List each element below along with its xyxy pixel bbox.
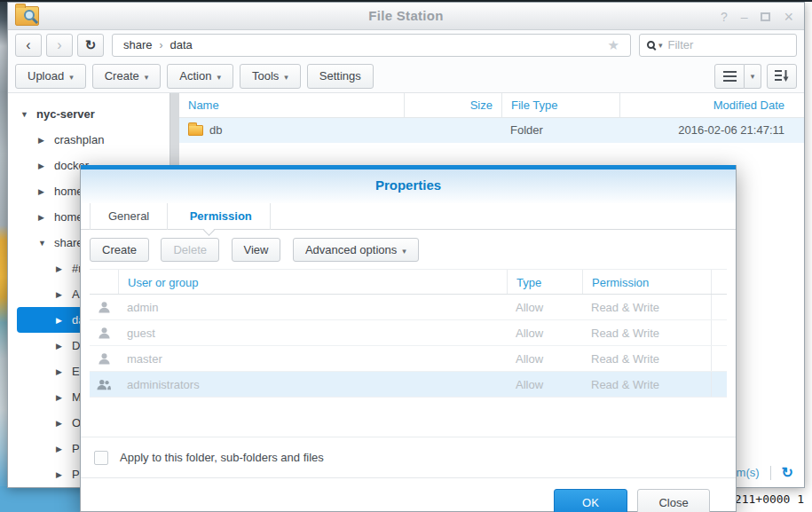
- user-icon: [90, 320, 118, 345]
- expand-arrow-icon[interactable]: ▶: [56, 419, 66, 428]
- sidebar-item-crashplan[interactable]: ▶crashplan: [8, 127, 169, 153]
- breadcrumb-separator-icon: ›: [160, 39, 163, 51]
- dialog-title[interactable]: Properties: [81, 169, 736, 203]
- file-type: Folder: [501, 118, 619, 143]
- action-button[interactable]: Action▾: [167, 64, 233, 89]
- window-controls: ? – ×: [721, 3, 793, 30]
- permission-actions: Create Delete View Advanced options▾: [81, 230, 736, 268]
- expand-arrow-icon[interactable]: ▶: [56, 264, 66, 273]
- apply-row: Apply to this folder, sub-folders and fi…: [81, 437, 736, 477]
- magnifier-handle-icon: [32, 18, 38, 24]
- apply-checkbox-label: Apply to this folder, sub-folders and fi…: [120, 451, 324, 464]
- expand-arrow-icon[interactable]: ▶: [56, 367, 66, 376]
- sidebar-item-nyc-server[interactable]: ▼nyc-server: [8, 101, 169, 127]
- delete-permission-button[interactable]: Delete: [161, 238, 219, 262]
- refresh-button[interactable]: ↻: [77, 34, 104, 57]
- terminal-window-fragment: .211+0000 1: [728, 487, 812, 512]
- column-header-user-or-group[interactable]: User or group: [118, 270, 507, 294]
- sort-button[interactable]: [767, 64, 797, 89]
- help-icon[interactable]: ?: [721, 11, 728, 23]
- view-controls: ▾: [714, 64, 797, 89]
- caret-down-icon: ▾: [284, 73, 288, 82]
- column-header-permission[interactable]: Permission: [582, 270, 711, 294]
- properties-dialog: Properties General Permission Create Del…: [80, 165, 737, 512]
- filter-input[interactable]: [668, 38, 789, 51]
- ok-button[interactable]: OK: [554, 489, 627, 512]
- list-view-icon: [723, 71, 737, 82]
- permission-value: Read & Write: [582, 320, 711, 345]
- expand-arrow-icon[interactable]: ▶: [38, 187, 48, 196]
- status-refresh-icon[interactable]: ↻: [782, 464, 793, 481]
- permission-table: User or group Type Permission admin Allo…: [90, 269, 727, 398]
- view-dropdown-button[interactable]: ▾: [745, 64, 761, 89]
- settings-button[interactable]: Settings: [307, 64, 374, 89]
- collapse-arrow-icon[interactable]: ▼: [20, 110, 30, 119]
- tab-permission[interactable]: Permission: [172, 203, 271, 230]
- favorite-star-icon[interactable]: ★: [608, 37, 619, 53]
- table-row-administrators-selected[interactable]: administrators Allow Read & Write: [90, 372, 727, 398]
- expand-arrow-icon[interactable]: ▶: [56, 290, 66, 299]
- breadcrumb[interactable]: share › data ★: [112, 34, 631, 57]
- table-row-guest[interactable]: guest Allow Read & Write: [90, 320, 727, 346]
- expand-arrow-icon[interactable]: ▶: [38, 161, 48, 170]
- list-view-button[interactable]: [714, 64, 745, 89]
- caret-down-icon: ▾: [145, 73, 149, 82]
- apply-checkbox[interactable]: [94, 451, 108, 465]
- search-icon: [647, 41, 655, 49]
- breadcrumb-root[interactable]: share: [123, 38, 153, 51]
- expand-arrow-icon[interactable]: ▶: [56, 316, 66, 325]
- collapse-arrow-icon[interactable]: ▼: [38, 239, 48, 248]
- filter-box[interactable]: ▾: [639, 34, 797, 57]
- maximize-icon[interactable]: [761, 12, 770, 21]
- forward-button[interactable]: ›: [46, 34, 73, 57]
- status-divider: [770, 466, 771, 480]
- column-header-file-type[interactable]: File Type: [501, 93, 619, 117]
- titlebar[interactable]: File Station ? – ×: [8, 3, 804, 30]
- column-header-modified-date[interactable]: Modified Date: [619, 93, 804, 117]
- desktop-background-strip: [0, 0, 7, 512]
- action-toolbar: Upload▾ Create▾ Action▾ Tools▾ Settings …: [8, 59, 804, 93]
- create-button[interactable]: Create▾: [92, 64, 162, 89]
- create-permission-button[interactable]: Create: [90, 238, 149, 262]
- upload-button[interactable]: Upload▾: [15, 64, 86, 89]
- dialog-tab-bar: General Permission: [81, 203, 736, 230]
- tools-button[interactable]: Tools▾: [240, 64, 301, 89]
- expand-arrow-icon[interactable]: ▶: [56, 342, 66, 351]
- permission-value: Read & Write: [582, 346, 711, 371]
- caret-down-icon: ▾: [402, 247, 406, 256]
- caret-down-icon: ▾: [69, 73, 74, 82]
- status-bar: em(s) ↻: [729, 464, 793, 481]
- view-permission-button[interactable]: View: [232, 238, 281, 262]
- close-button[interactable]: Close: [637, 489, 710, 512]
- navigation-bar: ‹ › ↻ share › data ★ ▾: [8, 30, 804, 59]
- file-size: [404, 118, 501, 143]
- minimize-icon[interactable]: –: [741, 11, 748, 23]
- column-header-size[interactable]: Size: [404, 93, 501, 117]
- column-header-type[interactable]: Type: [507, 270, 582, 294]
- expand-arrow-icon[interactable]: ▶: [56, 445, 66, 453]
- permission-type: Allow: [507, 346, 582, 371]
- permission-value: Read & Write: [582, 372, 711, 397]
- advanced-options-button[interactable]: Advanced options▾: [293, 238, 419, 262]
- user-icon: [90, 295, 118, 319]
- expand-arrow-icon[interactable]: ▶: [38, 136, 48, 145]
- expand-arrow-icon[interactable]: ▶: [38, 213, 48, 222]
- caret-down-icon: ▾: [217, 73, 221, 82]
- expand-arrow-icon[interactable]: ▶: [56, 393, 66, 402]
- sort-icon: [775, 70, 789, 82]
- column-header-name[interactable]: Name: [179, 93, 404, 117]
- window-title: File Station: [8, 3, 804, 29]
- expand-arrow-icon[interactable]: ▶: [56, 470, 66, 479]
- breadcrumb-current[interactable]: data: [170, 38, 193, 51]
- file-row-db[interactable]: db Folder 2016-02-06 21:47:11: [179, 118, 804, 143]
- tab-general[interactable]: General: [90, 203, 168, 230]
- table-gutter: [711, 270, 727, 294]
- table-row-admin[interactable]: admin Allow Read & Write: [90, 295, 727, 320]
- back-button[interactable]: ‹: [15, 34, 42, 57]
- icon-column-header: [90, 270, 118, 294]
- table-row-master[interactable]: master Allow Read & Write: [90, 346, 727, 372]
- filter-dropdown-caret-icon[interactable]: ▾: [658, 41, 663, 50]
- close-icon[interactable]: ×: [784, 9, 793, 25]
- file-station-app-icon: [15, 6, 39, 26]
- permission-type: Allow: [507, 320, 582, 345]
